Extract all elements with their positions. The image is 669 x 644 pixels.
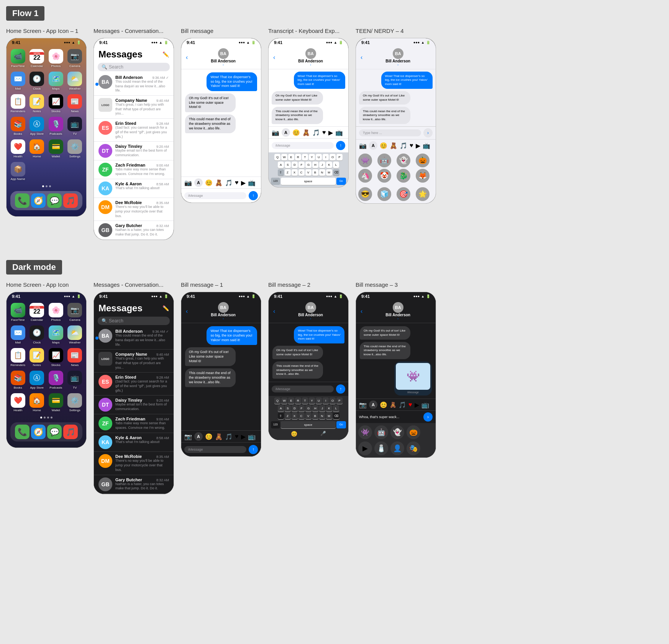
kb-o-d[interactable]: O — [330, 397, 336, 404]
stocks-dark[interactable]: 📈Stocks — [48, 348, 64, 367]
dock-phone-dark[interactable]: 📞 — [15, 425, 30, 439]
kb-t[interactable]: T — [302, 154, 308, 160]
reminders-dark[interactable]: 📋Reminders — [10, 348, 26, 367]
kb-z[interactable]: Z — [285, 169, 291, 176]
music-bd1-icon[interactable]: 🎵 — [225, 433, 233, 440]
kb-o[interactable]: O — [330, 154, 336, 160]
play-strip-icon[interactable]: ▶ — [241, 179, 246, 186]
kb-a[interactable]: A — [278, 162, 284, 168]
sticker-alien-2[interactable]: 🦊 — [416, 169, 430, 183]
kb-n-d[interactable]: N — [319, 413, 325, 419]
msg-item-gary[interactable]: GB Gary Butcher 8:32 AM Nathan is a hate… — [94, 221, 174, 240]
notes-app[interactable]: 📝Notes — [30, 94, 45, 113]
podcasts-app[interactable]: 🎙️Podcasts — [48, 117, 64, 136]
dock-music-dark[interactable]: 🎵 — [63, 425, 78, 439]
stocks-app[interactable]: 📈Stocks — [48, 94, 64, 113]
msg-item-gary-dark[interactable]: GB Gary Butcher 8:32 AM Nathan is a hate… — [94, 475, 174, 494]
sticker-monster-1[interactable]: 👾 — [358, 154, 372, 167]
kb-r[interactable]: R — [295, 154, 301, 160]
a-teen-icon[interactable]: A — [369, 141, 377, 150]
imessage-input-bill-light[interactable]: iMessage — [184, 192, 246, 199]
kb-t-d[interactable]: T — [302, 397, 308, 404]
kb-go-d[interactable]: Go — [336, 421, 346, 428]
messages-search-dark[interactable]: 🔍 Search — [98, 317, 170, 325]
kb-f-d[interactable]: F — [298, 405, 305, 412]
tv-t-icon[interactable]: 📺 — [335, 129, 343, 136]
facetime-dark[interactable]: 📹FaceTime — [10, 303, 26, 322]
heart-bd3-icon[interactable]: ♥ — [408, 401, 412, 408]
play-bd3-icon[interactable]: ▶ — [415, 401, 419, 409]
dock-safari-dark[interactable]: 🧭 — [31, 425, 46, 439]
sticker-ghost-1[interactable]: 👻 — [397, 154, 410, 167]
sticker-teen-icon[interactable]: 🧸 — [390, 142, 397, 149]
photos-app[interactable]: 🌸Photos — [48, 49, 64, 68]
tv-bd3-icon[interactable]: 📺 — [421, 401, 429, 409]
heart-teen-icon[interactable]: ♥ — [410, 142, 413, 149]
camera-dark[interactable]: 📷Camera — [67, 303, 83, 322]
emoji-bd1-icon[interactable]: 😊 — [205, 433, 213, 440]
dock-messages[interactable]: 💬 — [47, 193, 62, 208]
kb-m-d[interactable]: M — [326, 413, 332, 419]
kb-n[interactable]: N — [319, 169, 325, 176]
imessage-input-bd-1[interactable]: iMessage — [184, 446, 246, 453]
msg-item-company[interactable]: LOGO Company Name 9:40 AM That's great, … — [94, 96, 174, 119]
camera-bd1-icon[interactable]: 📷 — [184, 433, 192, 440]
kb-p[interactable]: P — [336, 154, 343, 160]
kb-r-d[interactable]: R — [295, 397, 301, 404]
a-strip-icon[interactable]: A — [194, 178, 203, 187]
msg-item-bill-dark[interactable]: BA Bill Anderson 9:36 AM ✓ This could me… — [94, 327, 174, 350]
dock-messages-dark[interactable]: 💬 — [47, 425, 62, 439]
kb-c[interactable]: C — [298, 169, 305, 176]
send-btn-bd2[interactable]: ↑ — [336, 384, 345, 394]
sticker-t-icon[interactable]: 🧸 — [302, 129, 310, 136]
mail-app[interactable]: ✉️Mail — [10, 72, 26, 90]
edit-icon[interactable]: ✏️ — [162, 51, 169, 57]
tv-app[interactable]: 📺TV — [67, 117, 83, 136]
sticker-d-8[interactable]: 🎭 — [407, 441, 420, 455]
kb-v-d[interactable]: V — [305, 413, 312, 419]
music-strip-icon[interactable]: 🎵 — [225, 179, 233, 186]
appname-app[interactable]: 📦App Name — [10, 162, 26, 181]
news-dark[interactable]: 📰News — [67, 348, 83, 367]
calendar-app[interactable]: MON22Calendar — [30, 49, 45, 68]
sticker-d-7[interactable]: 👤 — [390, 441, 404, 455]
back-icon-bill[interactable]: ‹ — [186, 54, 188, 61]
msg-item-bill[interactable]: BA Bill Anderson 9:36 AM ✓ This could me… — [94, 73, 174, 96]
sticker-robot-1[interactable]: 🤖 — [377, 154, 391, 167]
sticker-2-1[interactable]: 😎 — [358, 187, 372, 201]
sticker-robot-2[interactable]: 🤡 — [377, 169, 391, 183]
sticker-bd1-icon[interactable]: 🧸 — [215, 433, 223, 440]
sticker-ghost-2[interactable]: 🐉 — [397, 169, 410, 183]
sticker-d-5[interactable]: ▶ — [358, 441, 372, 455]
send-btn-bd-1[interactable]: ↑ — [249, 445, 258, 454]
books-app[interactable]: 📚Books — [10, 117, 26, 136]
sticker-d-6[interactable]: 🧂 — [374, 441, 388, 455]
kb-x-d[interactable]: X — [292, 413, 298, 419]
kb-p-d[interactable]: P — [336, 397, 343, 404]
a-bd1-icon[interactable]: A — [194, 432, 203, 441]
kb-shift[interactable]: ⇧ — [278, 169, 284, 176]
podcasts-dark[interactable]: 🎙️Podcasts — [48, 371, 64, 389]
sticker-2-4[interactable]: 🌟 — [416, 187, 430, 201]
calendar-dark[interactable]: MON22Calendar — [30, 303, 45, 322]
back-icon-bill-dark-1[interactable]: ‹ — [186, 308, 188, 315]
reminders-app[interactable]: 📋Reminders — [10, 94, 26, 113]
kb-h[interactable]: H — [312, 162, 318, 168]
msg-item-dee-dark[interactable]: DM Dee McRobie 8:35 AM There's no way yo… — [94, 452, 174, 475]
msg-item-company-dark[interactable]: LOGO Company Name 9:40 AM That's great, … — [94, 350, 174, 373]
wallet-app[interactable]: 💳Wallet — [48, 139, 64, 158]
messages-search[interactable]: 🔍 Search — [98, 63, 170, 71]
play-bd1-icon[interactable]: ▶ — [241, 433, 246, 440]
settings-dark[interactable]: ⚙️Settings — [67, 393, 83, 412]
kb-k[interactable]: K — [326, 162, 332, 168]
emoji-teen-icon[interactable]: 😊 — [380, 142, 387, 149]
kb-d-d[interactable]: D — [292, 405, 298, 412]
home-dark-app[interactable]: 🏠Home — [30, 393, 45, 412]
msg-item-daisy-dark[interactable]: DT Daisy Tinsley 9:20 AM Maybe email isn… — [94, 396, 174, 414]
clock-dark[interactable]: 🕐Clock — [30, 325, 45, 344]
kb-e[interactable]: E — [288, 154, 294, 160]
kb-j-d[interactable]: J — [319, 405, 325, 412]
a-bd3-icon[interactable]: A — [369, 400, 377, 409]
kb-i-d[interactable]: I — [323, 397, 329, 404]
dock-safari[interactable]: 🧭 — [31, 193, 46, 208]
